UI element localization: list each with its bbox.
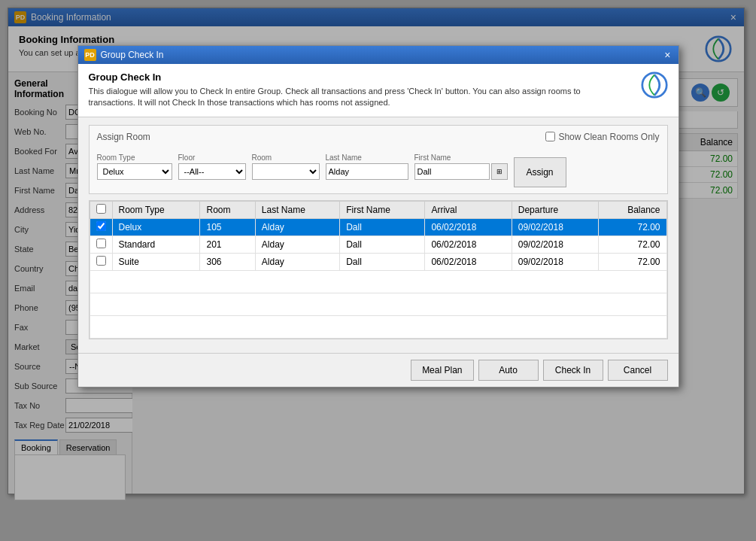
modal-th-room-type: Room Type xyxy=(112,201,200,218)
modal-cell-first-name: Dall xyxy=(340,253,425,270)
assign-room-controls: Room Type Delux Floor --All-- Room xyxy=(97,147,660,187)
modal-cell-balance: 72.00 xyxy=(599,253,666,270)
modal-cell-first-name: Dall xyxy=(340,218,425,236)
modal-cell-first-name: Dall xyxy=(340,236,425,253)
modal-window: PD Group Check In × Group Check In This … xyxy=(77,45,679,388)
modal-cell-last-name: Alday xyxy=(255,236,339,253)
room-type-select[interactable]: Delux xyxy=(97,163,172,180)
modal-logo xyxy=(641,71,668,101)
show-clean-label[interactable]: Show Clean Rooms Only xyxy=(545,132,659,142)
room-control: Room xyxy=(252,153,320,180)
modal-table-wrapper: Room Type Room Last Name First Name Arri… xyxy=(89,200,668,339)
first-name-assign-btn[interactable]: ⊞ xyxy=(491,163,508,180)
floor-select[interactable]: --All-- xyxy=(178,163,246,180)
modal-header-desc: This dialogue will allow you to Check In… xyxy=(89,86,600,109)
modal-table-row-empty xyxy=(90,270,666,293)
modal-cell-last-name: Alday xyxy=(255,253,339,270)
modal-select-all-checkbox[interactable] xyxy=(96,204,106,214)
modal-th-departure: Departure xyxy=(512,201,598,218)
first-name-assign-input[interactable] xyxy=(414,163,490,180)
modal-th-room: Room xyxy=(200,201,255,218)
modal-th-first-name: First Name xyxy=(340,201,425,218)
last-name-assign-control: Last Name xyxy=(326,153,408,180)
svg-point-1 xyxy=(642,73,666,97)
modal-table-row[interactable]: Delux 105 Alday Dall 06/02/2018 09/02/20… xyxy=(90,218,666,236)
modal-cell-arrival: 06/02/2018 xyxy=(425,218,512,236)
first-name-assign-label: First Name xyxy=(414,153,508,162)
modal-header-text: Group Check In This dialogue will allow … xyxy=(89,71,600,109)
modal-table: Room Type Room Last Name First Name Arri… xyxy=(90,201,667,339)
room-select[interactable] xyxy=(252,163,320,180)
modal-cell-departure: 09/02/2018 xyxy=(512,253,598,270)
modal-table-row[interactable]: Standard 201 Alday Dall 06/02/2018 09/02… xyxy=(90,236,666,253)
check-in-button[interactable]: Check In xyxy=(543,360,603,381)
modal-cell-arrival: 06/02/2018 xyxy=(425,236,512,253)
modal-title-left: PD Group Check In xyxy=(84,49,164,61)
modal-table-row[interactable]: Suite 306 Alday Dall 06/02/2018 09/02/20… xyxy=(90,253,666,270)
auto-button[interactable]: Auto xyxy=(478,360,539,381)
modal-close-button[interactable]: × xyxy=(663,50,672,60)
modal-cell-arrival: 06/02/2018 xyxy=(425,253,512,270)
modal-cell-room: 201 xyxy=(200,236,255,253)
room-label: Room xyxy=(252,153,320,162)
show-clean-checkbox[interactable] xyxy=(545,132,555,141)
modal-cell-room: 306 xyxy=(200,253,255,270)
modal-table-row-empty xyxy=(90,293,666,315)
modal-cell-departure: 09/02/2018 xyxy=(512,236,598,253)
modal-cell-room-type: Standard xyxy=(112,236,200,253)
first-name-assign-control: First Name ⊞ xyxy=(414,153,508,180)
modal-header-title: Group Check In xyxy=(89,71,600,83)
modal-window-title: Group Check In xyxy=(101,50,164,60)
floor-label: Floor xyxy=(178,153,246,162)
room-type-label: Room Type xyxy=(97,153,172,162)
room-type-control: Room Type Delux xyxy=(97,153,172,180)
floor-control: Floor --All-- xyxy=(178,153,246,180)
first-name-with-btn: ⊞ xyxy=(414,163,508,180)
modal-th-checkbox xyxy=(90,201,112,218)
assign-button[interactable]: Assign xyxy=(514,157,566,187)
modal-th-arrival: Arrival xyxy=(425,201,512,218)
modal-cell-departure: 09/02/2018 xyxy=(512,218,598,236)
modal-overlay: PD Group Check In × Group Check In This … xyxy=(0,0,756,541)
modal-body: Assign Room Show Clean Rooms Only Room T… xyxy=(78,117,679,353)
modal-header: Group Check In This dialogue will allow … xyxy=(78,64,679,117)
modal-cell-balance: 72.00 xyxy=(599,236,666,253)
modal-th-last-name: Last Name xyxy=(255,201,339,218)
last-name-assign-input[interactable] xyxy=(326,163,408,180)
modal-cell-balance: 72.00 xyxy=(599,218,666,236)
modal-th-balance: Balance xyxy=(599,201,666,218)
modal-table-header-row: Room Type Room Last Name First Name Arri… xyxy=(90,201,666,218)
modal-cell-room-type: Delux xyxy=(112,218,200,236)
assign-room-title: Assign Room Show Clean Rooms Only xyxy=(97,132,660,142)
modal-title-bar: PD Group Check In × xyxy=(78,46,679,64)
modal-cell-room-type: Suite xyxy=(112,253,200,270)
modal-cell-last-name: Alday xyxy=(255,218,339,236)
last-name-assign-label: Last Name xyxy=(326,153,408,162)
modal-app-icon: PD xyxy=(84,49,96,61)
modal-footer: Meal Plan Auto Check In Cancel xyxy=(78,353,679,387)
modal-table-row-empty xyxy=(90,315,666,338)
meal-plan-button[interactable]: Meal Plan xyxy=(411,360,473,381)
cancel-button[interactable]: Cancel xyxy=(608,360,668,381)
modal-cell-room: 105 xyxy=(200,218,255,236)
assign-room-section: Assign Room Show Clean Rooms Only Room T… xyxy=(89,125,668,194)
